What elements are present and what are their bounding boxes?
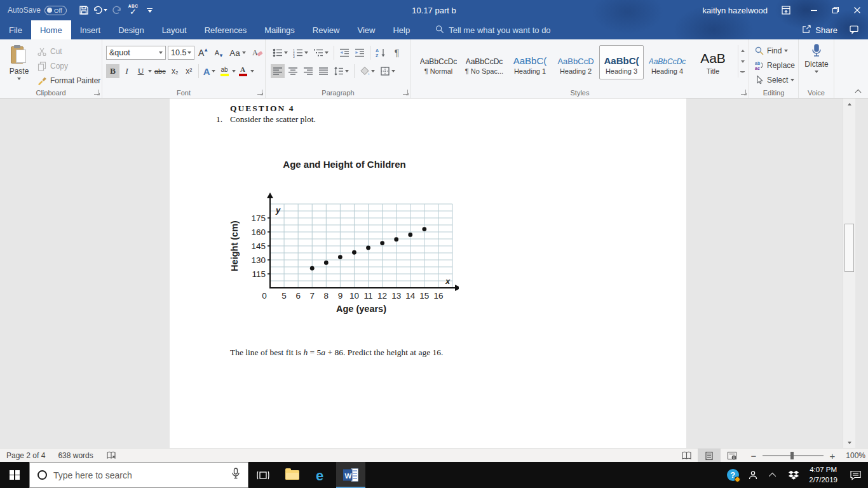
- align-right-button[interactable]: [301, 64, 315, 78]
- align-center-button[interactable]: [286, 64, 300, 78]
- autosave-switch[interactable]: Off: [44, 6, 67, 15]
- tab-insert[interactable]: Insert: [71, 20, 110, 39]
- format-painter-button[interactable]: Format Painter: [37, 74, 100, 87]
- underline-dropdown-arrow[interactable]: [148, 70, 152, 72]
- decrease-indent-button[interactable]: [337, 46, 351, 60]
- people-icon[interactable]: [743, 462, 763, 488]
- styles-scroll-up-icon[interactable]: [738, 45, 747, 56]
- style-heading-4[interactable]: AaBbCcDc Heading 4: [645, 45, 689, 79]
- scrollbar-thumb[interactable]: [844, 224, 854, 272]
- font-color-dropdown-arrow[interactable]: [250, 70, 254, 72]
- bold-button[interactable]: B: [106, 64, 119, 78]
- word-taskbar-button[interactable]: W: [336, 462, 365, 488]
- minimize-button[interactable]: [803, 0, 825, 20]
- restore-button[interactable]: [825, 0, 846, 20]
- spelling-check-icon[interactable]: ABC✓: [125, 2, 142, 18]
- style-normal[interactable]: AaBbCcDc ¶ Normal: [416, 45, 461, 79]
- office-help-icon[interactable]: ?: [722, 462, 743, 488]
- word-count[interactable]: 638 words: [51, 451, 99, 460]
- file-explorer-button[interactable]: [278, 462, 307, 488]
- styles-more-icon[interactable]: [738, 67, 747, 78]
- shading-button[interactable]: [358, 64, 377, 78]
- dropbox-icon[interactable]: [783, 462, 804, 488]
- read-mode-button[interactable]: [675, 449, 698, 463]
- replace-button[interactable]: abac Replace: [754, 59, 795, 72]
- comments-icon[interactable]: [849, 24, 859, 36]
- increase-indent-button[interactable]: [353, 46, 367, 60]
- tab-file[interactable]: File: [0, 20, 31, 39]
- tab-references[interactable]: References: [196, 20, 255, 39]
- share-button[interactable]: Share: [802, 24, 837, 36]
- sort-button[interactable]: AZ: [374, 46, 389, 60]
- text-highlight-button[interactable]: ab: [218, 64, 231, 78]
- text-effects-button[interactable]: A: [201, 64, 217, 78]
- highlight-dropdown-arrow[interactable]: [232, 70, 236, 72]
- zoom-level[interactable]: 100%: [841, 451, 865, 460]
- taskbar-clock[interactable]: 4:07 PM 2/7/2019: [804, 462, 843, 488]
- subscript-button[interactable]: x₂: [168, 64, 182, 78]
- clear-formatting-button[interactable]: A: [250, 46, 265, 60]
- styles-scroll-down-icon[interactable]: [738, 56, 747, 67]
- style-title[interactable]: AaB Title: [691, 45, 735, 79]
- line-spacing-button[interactable]: [332, 64, 351, 78]
- zoom-out-button[interactable]: −: [750, 451, 757, 461]
- italic-button[interactable]: I: [120, 64, 133, 78]
- font-dialog-launcher[interactable]: [257, 90, 262, 95]
- font-size-combobox[interactable]: 10.5: [168, 46, 194, 60]
- scroll-down-icon[interactable]: [843, 437, 856, 448]
- grow-font-button[interactable]: A▲: [196, 46, 210, 60]
- ribbon-display-options-icon[interactable]: [778, 2, 794, 18]
- align-left-button[interactable]: [271, 64, 285, 78]
- start-button[interactable]: [0, 462, 29, 488]
- bullets-button[interactable]: [271, 46, 290, 60]
- underline-button[interactable]: U: [134, 64, 147, 78]
- tab-help[interactable]: Help: [384, 20, 419, 39]
- strikethrough-button[interactable]: abc: [153, 64, 168, 78]
- zoom-slider[interactable]: [763, 455, 824, 456]
- document-page[interactable]: QUESTION 4 1. Consider the scatter plot.…: [170, 98, 686, 448]
- print-layout-button[interactable]: [698, 449, 721, 463]
- proofing-errors-icon[interactable]: [100, 451, 123, 460]
- paste-button[interactable]: Paste: [5, 43, 33, 80]
- vertical-scrollbar[interactable]: [843, 98, 855, 448]
- dictate-button[interactable]: Dictate: [803, 43, 831, 73]
- style-heading-2[interactable]: AaBbCcD Heading 2: [553, 45, 598, 79]
- cut-button[interactable]: Cut: [37, 45, 62, 58]
- paste-dropdown-arrow[interactable]: [17, 78, 21, 80]
- multilevel-list-button[interactable]: [311, 46, 330, 60]
- show-formatting-marks-button[interactable]: ¶: [390, 46, 403, 60]
- paragraph-dialog-launcher[interactable]: [403, 90, 408, 95]
- find-button[interactable]: Find: [754, 44, 788, 57]
- style-no-spacing[interactable]: AaBbCcDc ¶ No Spac...: [462, 45, 506, 79]
- borders-button[interactable]: [378, 64, 397, 78]
- numbering-button[interactable]: 123: [291, 46, 310, 60]
- change-case-button[interactable]: Aa: [227, 46, 248, 60]
- copy-button[interactable]: Copy: [37, 60, 68, 72]
- redo-icon[interactable]: [109, 2, 125, 18]
- tell-me-search[interactable]: Tell me what you want to do: [435, 20, 550, 39]
- shrink-font-button[interactable]: A▼: [212, 46, 226, 60]
- tab-view[interactable]: View: [348, 20, 384, 39]
- scroll-up-icon[interactable]: [843, 98, 856, 109]
- collapse-ribbon-icon[interactable]: [855, 89, 862, 94]
- page-indicator[interactable]: Page 2 of 4: [0, 451, 51, 460]
- undo-icon[interactable]: [92, 2, 109, 18]
- tab-design[interactable]: Design: [109, 20, 153, 39]
- dictate-dropdown-arrow[interactable]: [815, 71, 818, 73]
- tab-mailings[interactable]: Mailings: [255, 20, 304, 39]
- tab-review[interactable]: Review: [304, 20, 349, 39]
- close-button[interactable]: [846, 0, 868, 20]
- clipboard-dialog-launcher[interactable]: [94, 90, 99, 95]
- style-heading-1[interactable]: AaBbC( Heading 1: [508, 45, 552, 79]
- justify-button[interactable]: [316, 64, 330, 78]
- taskbar-search-input[interactable]: Type here to search: [29, 462, 248, 488]
- tab-home[interactable]: Home: [31, 20, 71, 39]
- save-icon[interactable]: [76, 2, 92, 18]
- font-name-combobox[interactable]: &quot: [106, 46, 166, 60]
- style-heading-3[interactable]: AaBbC( Heading 3: [599, 45, 644, 79]
- font-color-button[interactable]: A: [236, 64, 250, 78]
- search-mic-icon[interactable]: [231, 468, 240, 482]
- autosave-toggle[interactable]: AutoSave Off: [8, 6, 67, 15]
- select-button[interactable]: Select: [754, 74, 794, 86]
- web-layout-button[interactable]: [721, 449, 743, 463]
